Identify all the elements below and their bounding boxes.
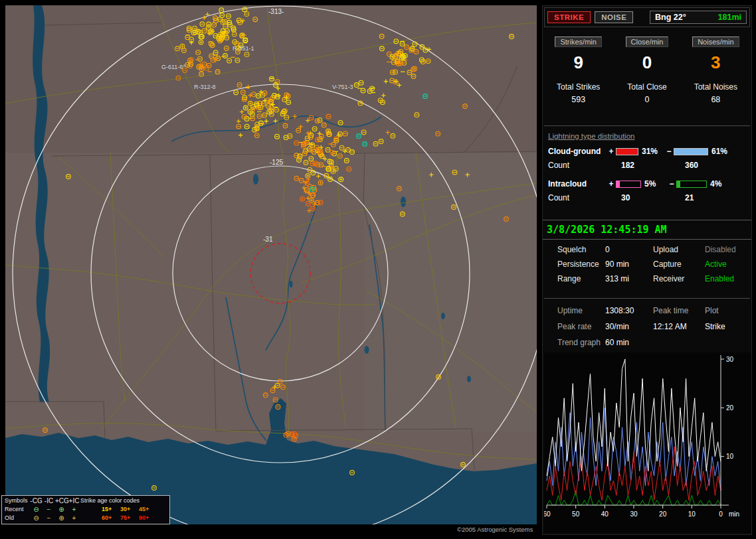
cloud-ground-count-row: Count 182 360 xyxy=(548,161,749,170)
recent-pos-cg-icon: ⊕ xyxy=(55,505,68,514)
distribution-title: Lightning type distribution xyxy=(548,132,749,140)
age-15: 15+ xyxy=(102,505,120,514)
intracloud-count-row: Count 30 21 xyxy=(548,193,749,202)
ic-plus-gauge xyxy=(616,181,641,188)
minus-sign: − xyxy=(667,179,676,189)
noise-toggle-button[interactable]: NOISE xyxy=(595,11,633,23)
svg-text:-313-: -313- xyxy=(268,8,284,15)
noises-per-min-value: 3 xyxy=(682,52,750,73)
svg-text:G-611-6^: G-611-6^ xyxy=(161,64,186,70)
recent-neg-cg-icon: ⊖ xyxy=(30,505,43,514)
peak-rate-label: Peak rate xyxy=(557,322,605,331)
peak-time-value: 12:12 AM xyxy=(653,322,705,331)
noises-per-min-column: Noises/min 3 Total Noises 68 xyxy=(682,37,750,104)
cloud-ground-label: Cloud-ground xyxy=(548,147,607,156)
cg-plus-count: 182 xyxy=(616,161,680,170)
info-grid: Uptime 1308:30 Peak time Plot Peak rate … xyxy=(557,306,751,347)
map-legend: Symbols -CG -IC +CG +IC Strike age color… xyxy=(1,495,170,524)
cg-count-label: Count xyxy=(548,161,616,170)
legend-recent-label: Recent xyxy=(5,505,30,514)
squelch-label: Squelch xyxy=(557,245,605,254)
range-label: Range xyxy=(557,274,605,283)
cg-minus-percent: 61% xyxy=(711,147,734,156)
copyright-text: ©2005 Astrogenic Systems xyxy=(457,526,533,533)
old-neg-ic-icon: − xyxy=(43,514,55,522)
plus-sign: + xyxy=(607,147,616,156)
cg-plus-percent: 31% xyxy=(642,147,664,156)
bearing-distance-box: Bng 22° 181mi xyxy=(650,11,747,24)
svg-text:0: 0 xyxy=(719,510,723,518)
total-close-value: 0 xyxy=(613,95,681,104)
recent-neg-ic-icon: − xyxy=(43,505,55,514)
strike-toggle-button[interactable]: STRIKE xyxy=(547,11,591,23)
strikes-per-min-value: 9 xyxy=(544,52,613,73)
minus-sign: − xyxy=(664,147,674,156)
peak-rate-value: 30/min xyxy=(605,322,653,331)
cg-minus-count: 360 xyxy=(680,161,698,170)
total-noises-label: Total Noises xyxy=(682,82,750,92)
svg-text:30: 30 xyxy=(726,356,734,363)
plot-value: Strike xyxy=(705,322,751,331)
total-strikes-label: Total Strikes xyxy=(544,82,613,92)
svg-text:-31: -31 xyxy=(263,236,273,243)
plot-label: Plot xyxy=(705,306,751,315)
ic-plus-count: 30 xyxy=(616,193,680,202)
legend-col-neg-cg: -CG xyxy=(30,497,43,505)
rate-counters: Strikes/min 9 Total Strikes 593 Close/mi… xyxy=(544,37,750,104)
upload-status: Disabled xyxy=(705,245,751,254)
svg-text:30: 30 xyxy=(630,510,638,518)
svg-text:V-751-3: V-751-3 xyxy=(332,84,353,90)
ic-minus-count: 21 xyxy=(680,193,694,202)
distance-value: 181mi xyxy=(718,13,741,22)
ic-minus-percent: 4% xyxy=(710,179,733,189)
cloud-ground-row: Cloud-ground + 31% − 61% xyxy=(548,147,749,156)
divider xyxy=(544,298,750,299)
upload-label: Upload xyxy=(653,245,705,254)
ic-plus-percent: 5% xyxy=(644,179,667,189)
legend-col-pos-cg: +CG xyxy=(55,497,68,505)
svg-text:10: 10 xyxy=(726,453,734,460)
bearing-value: Bng 22° xyxy=(655,13,686,22)
svg-text:60: 60 xyxy=(544,510,551,518)
map-region-shade-east xyxy=(365,153,537,431)
trend-graph-plot: 1020306050403020100min xyxy=(544,352,751,530)
age-75: 75+ xyxy=(120,514,139,522)
noises-per-min-header: Noises/min xyxy=(692,37,739,47)
cg-plus-gauge xyxy=(616,148,638,155)
total-close-label: Total Close xyxy=(613,82,681,92)
intracloud-label: Intracloud xyxy=(548,179,607,189)
close-per-min-column: Close/min 0 Total Close 0 xyxy=(613,37,681,104)
age-90: 90+ xyxy=(139,514,157,522)
close-per-min-header: Close/min xyxy=(626,37,669,47)
svg-text:20: 20 xyxy=(659,510,667,518)
svg-text:min: min xyxy=(729,510,739,518)
svg-text:R-351-1: R-351-1 xyxy=(233,45,254,52)
svg-text:20: 20 xyxy=(726,404,734,412)
svg-text:R-312-8: R-312-8 xyxy=(194,84,216,90)
control-panel: STRIKE NOISE Bng 22° 181mi Strikes/min 9… xyxy=(542,5,752,535)
trend-graph: 1020306050403020100min xyxy=(544,352,751,533)
divider xyxy=(544,125,750,126)
panel-top-bar: STRIKE NOISE Bng 22° 181mi xyxy=(544,7,750,27)
persistence-value: 90 min xyxy=(605,260,653,269)
lightning-map[interactable]: -313--125-31G-611-6^R-351-1R-312-8V-751-… xyxy=(5,5,537,524)
strikes-per-min-column: Strikes/min 9 Total Strikes 593 xyxy=(544,37,613,104)
recent-pos-ic-icon: + xyxy=(68,505,80,514)
plus-sign: + xyxy=(607,179,616,189)
persistence-label: Persistence xyxy=(557,260,605,269)
cg-minus-gauge xyxy=(674,148,708,155)
app: { "panel": { "top": {"strike": "STRIKE",… xyxy=(0,0,756,539)
legend-symbols-title: Symbols xyxy=(5,497,30,505)
old-pos-cg-icon: ⊕ xyxy=(55,514,68,522)
total-strikes-value: 593 xyxy=(544,95,613,104)
capture-status: Active xyxy=(705,260,751,269)
squelch-value: 0 xyxy=(605,245,653,254)
close-per-min-value: 0 xyxy=(613,52,681,73)
intracloud-row: Intracloud + 5% − 4% xyxy=(548,179,749,189)
age-45: 45+ xyxy=(139,505,157,514)
clock-display: 3/8/2026 12:45:19 AM xyxy=(543,220,751,240)
peak-time-label: Peak time xyxy=(653,306,705,315)
old-neg-cg-icon: ⊖ xyxy=(30,514,43,522)
lightning-distribution: Lightning type distribution Cloud-ground… xyxy=(548,132,749,202)
map-area[interactable]: -313--125-31G-611-6^R-351-1R-312-8V-751-… xyxy=(5,5,537,524)
